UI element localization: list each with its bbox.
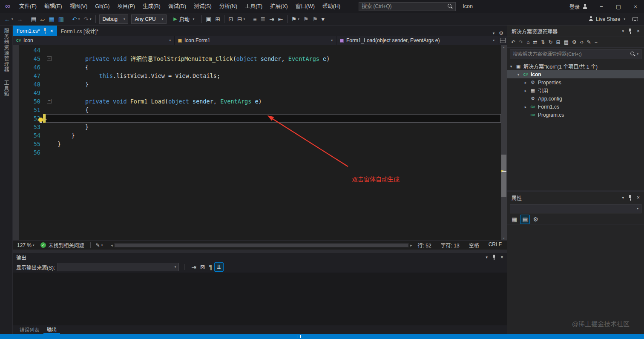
- home-icon[interactable]: ⌂: [525, 38, 531, 46]
- pin-icon[interactable]: [492, 255, 496, 260]
- menu-debug[interactable]: 调试(D): [164, 0, 190, 13]
- project-node[interactable]: ▾C#Icon: [507, 70, 644, 78]
- code-line-46[interactable]: 46 {: [13, 63, 501, 72]
- output-content[interactable]: [13, 273, 507, 325]
- hscroll-thumb[interactable]: [115, 244, 408, 247]
- undo-icon[interactable]: ↶▾: [70, 15, 81, 23]
- code-line-45[interactable]: 45− private void 详细信息ToolStripMenuItem_C…: [13, 55, 501, 63]
- edit-icon[interactable]: ✎: [586, 38, 592, 46]
- comment-icon[interactable]: ≡: [251, 15, 258, 23]
- code-line-54[interactable]: 54 }: [13, 131, 501, 140]
- code-view-icon[interactable]: ‹›: [579, 38, 585, 46]
- glyph-margin[interactable]: [13, 114, 19, 123]
- hot-reload-icon[interactable]: ▣: [204, 15, 213, 23]
- close-tab-icon[interactable]: ×: [50, 28, 53, 34]
- menu-build[interactable]: 生成(B): [139, 0, 164, 13]
- navigate-window-icon[interactable]: ⊟▾: [236, 15, 247, 23]
- open-folder-icon[interactable]: ▱: [39, 15, 47, 23]
- menu-tools[interactable]: 工具(T): [241, 0, 266, 13]
- menu-project[interactable]: 项目(P): [113, 0, 139, 13]
- sign-in-button[interactable]: 登录: [564, 0, 593, 13]
- glyph-margin[interactable]: [13, 72, 19, 80]
- glyph-margin[interactable]: [13, 63, 19, 72]
- sync-icon[interactable]: ⇅: [539, 38, 546, 46]
- properties-object-dropdown[interactable]: ▾: [510, 204, 641, 213]
- scroll-up-icon[interactable]: ▴: [501, 45, 507, 49]
- panel-splitter[interactable]: [13, 250, 507, 253]
- clear-all-icon[interactable]: ⊠: [198, 263, 207, 271]
- expander-icon[interactable]: ▸: [523, 105, 528, 109]
- fold-collapse-icon[interactable]: −: [47, 99, 52, 103]
- glyph-margin[interactable]: [13, 140, 19, 148]
- server-explorer-rail-tab[interactable]: 服务器资源管理器: [3, 28, 10, 72]
- code-cleanup-button[interactable]: ✎▾: [93, 242, 106, 248]
- previous-bookmark-icon[interactable]: ⚑: [302, 15, 310, 23]
- code-editor[interactable]: 4445− private void 详细信息ToolStripMenuItem…: [13, 45, 507, 240]
- member-dropdown[interactable]: Form1_Load(object sender, EventArgs e) ▾: [336, 36, 498, 45]
- output-tab[interactable]: 输出: [43, 325, 60, 334]
- menu-git[interactable]: Git(G): [91, 0, 113, 13]
- hscroll-track[interactable]: [114, 243, 409, 247]
- refresh-icon[interactable]: ↻: [547, 38, 554, 46]
- maximize-button[interactable]: ▢: [610, 0, 627, 13]
- scrollbar-thumb[interactable]: [501, 155, 506, 197]
- scroll-down-icon[interactable]: ▾: [501, 236, 507, 240]
- find-in-files-icon[interactable]: ⊡: [227, 15, 235, 23]
- glyph-margin[interactable]: [13, 55, 19, 63]
- pin-icon[interactable]: [43, 28, 47, 34]
- toolbar-overflow-icon[interactable]: ▾: [320, 15, 326, 23]
- code-line-56[interactable]: 56: [13, 148, 501, 157]
- menu-extensions[interactable]: 扩展(X): [266, 0, 292, 13]
- tab-form1-cs[interactable]: Form1.cs*×: [13, 26, 57, 36]
- code-line-55[interactable]: 55}: [13, 140, 501, 148]
- line-ending-indicator[interactable]: CRLF: [489, 241, 502, 249]
- document-list-dropdown-icon[interactable]: ▾: [493, 31, 495, 35]
- minimize-button[interactable]: −: [593, 0, 610, 13]
- expander-icon[interactable]: ▾: [516, 72, 520, 77]
- start-debug-button[interactable]: ▶ 启动 ▾: [170, 14, 198, 24]
- properties-icon[interactable]: ⚙: [571, 38, 578, 46]
- editor-options-icon[interactable]: ⚙: [499, 30, 503, 36]
- code-line-48[interactable]: 48 }: [13, 80, 501, 89]
- code-line-53[interactable]: 53 }: [13, 123, 501, 131]
- code-line-44[interactable]: 44: [13, 46, 501, 55]
- chevron-down-icon[interactable]: ▾: [486, 255, 488, 259]
- error-list-tab[interactable]: 错误列表: [16, 325, 43, 334]
- autoscroll-icon[interactable]: ⇊: [214, 262, 224, 272]
- menu-test[interactable]: 测试(S): [190, 0, 216, 13]
- tab-form1-cs-design[interactable]: Form1.cs [设计]*: [57, 26, 103, 36]
- editor-horizontal-scrollbar[interactable]: ◂ ▸: [109, 242, 413, 248]
- expander-icon[interactable]: ▸: [523, 80, 528, 85]
- next-bookmark-icon[interactable]: ⚑: [310, 15, 319, 23]
- glyph-margin[interactable]: [13, 106, 19, 114]
- split-editor-button[interactable]: [498, 36, 507, 45]
- glyph-margin[interactable]: [13, 123, 19, 131]
- quick-search[interactable]: [359, 2, 456, 11]
- glyph-margin[interactable]: [13, 46, 19, 55]
- close-icon[interactable]: ×: [500, 254, 503, 260]
- code-line-51[interactable]: 51 {: [13, 106, 501, 114]
- wrap-icon[interactable]: ¶: [207, 263, 214, 271]
- zoom-dropdown[interactable]: 127 % ▾: [14, 242, 37, 248]
- categorized-icon[interactable]: ▦: [510, 215, 519, 224]
- expander-icon[interactable]: ▸: [523, 89, 528, 93]
- live-share-button[interactable]: Live Share ▾: [585, 14, 629, 24]
- goto-message-icon[interactable]: ⇥: [190, 263, 198, 271]
- breakpoints-window-icon[interactable]: ⊞: [214, 15, 222, 23]
- menu-file[interactable]: 文件(F): [15, 0, 40, 13]
- menu-view[interactable]: 视图(V): [66, 0, 92, 13]
- redo-icon[interactable]: ↷▾: [82, 15, 93, 23]
- glyph-margin[interactable]: [13, 89, 19, 97]
- chevron-down-icon[interactable]: ▾: [622, 29, 624, 33]
- switch-views-icon[interactable]: ⇄: [532, 38, 538, 46]
- indent-icon[interactable]: ⇥: [267, 15, 276, 23]
- editor-vertical-scrollbar[interactable]: ▴ ▾: [501, 45, 507, 240]
- new-project-icon[interactable]: ▤: [29, 15, 38, 23]
- back-icon[interactable]: ←▾: [3, 15, 15, 23]
- program-node[interactable]: C#Program.cs: [507, 111, 644, 119]
- alphabetical-icon[interactable]: ▤: [520, 215, 530, 224]
- references-node[interactable]: ▸▦引用: [507, 86, 644, 95]
- app-config-node[interactable]: ⚙App.config: [507, 95, 644, 103]
- collapse-all-icon[interactable]: ⊟: [555, 38, 562, 46]
- fold-collapse-icon[interactable]: −: [47, 56, 52, 61]
